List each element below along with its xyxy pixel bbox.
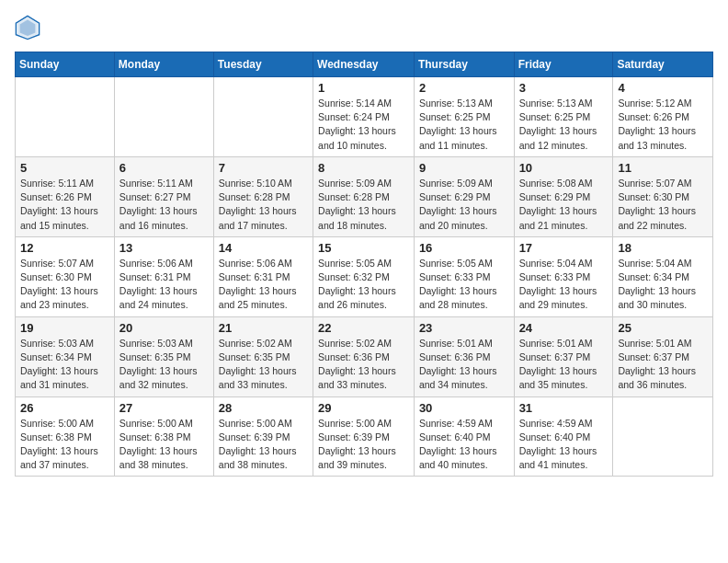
day-info: Sunrise: 5:11 AMSunset: 6:26 PMDaylight:… bbox=[20, 177, 109, 233]
weekday-header: Friday bbox=[514, 52, 613, 77]
day-number: 23 bbox=[419, 321, 509, 335]
day-number: 29 bbox=[318, 401, 409, 415]
weekday-header: Tuesday bbox=[213, 52, 313, 77]
calendar-week-row: 12Sunrise: 5:07 AMSunset: 6:30 PMDayligh… bbox=[16, 236, 713, 316]
day-number: 24 bbox=[519, 321, 609, 335]
calendar-cell: 23Sunrise: 5:01 AMSunset: 6:36 PMDayligh… bbox=[414, 316, 514, 396]
day-number: 6 bbox=[119, 161, 209, 175]
day-number: 15 bbox=[318, 241, 409, 255]
day-info: Sunrise: 5:07 AMSunset: 6:30 PMDaylight:… bbox=[618, 177, 708, 233]
day-number: 3 bbox=[519, 81, 609, 95]
calendar-week-row: 19Sunrise: 5:03 AMSunset: 6:34 PMDayligh… bbox=[16, 316, 713, 396]
calendar-cell: 12Sunrise: 5:07 AMSunset: 6:30 PMDayligh… bbox=[16, 236, 115, 316]
calendar-cell: 16Sunrise: 5:05 AMSunset: 6:33 PMDayligh… bbox=[414, 236, 514, 316]
calendar-cell: 15Sunrise: 5:05 AMSunset: 6:32 PMDayligh… bbox=[313, 236, 415, 316]
day-info: Sunrise: 5:12 AMSunset: 6:26 PMDaylight:… bbox=[618, 97, 708, 153]
day-number: 12 bbox=[20, 241, 109, 255]
day-number: 7 bbox=[219, 161, 308, 175]
day-info: Sunrise: 5:14 AMSunset: 6:24 PMDaylight:… bbox=[318, 97, 409, 153]
calendar-cell: 2Sunrise: 5:13 AMSunset: 6:25 PMDaylight… bbox=[414, 77, 514, 157]
day-info: Sunrise: 5:06 AMSunset: 6:31 PMDaylight:… bbox=[219, 257, 308, 313]
day-number: 5 bbox=[20, 161, 109, 175]
calendar-cell: 3Sunrise: 5:13 AMSunset: 6:25 PMDaylight… bbox=[514, 77, 613, 157]
day-info: Sunrise: 5:10 AMSunset: 6:28 PMDaylight:… bbox=[219, 177, 308, 233]
calendar-cell: 31Sunrise: 4:59 AMSunset: 6:40 PMDayligh… bbox=[514, 396, 613, 477]
calendar-cell: 22Sunrise: 5:02 AMSunset: 6:36 PMDayligh… bbox=[313, 316, 415, 396]
day-number: 18 bbox=[618, 241, 708, 255]
calendar-cell: 14Sunrise: 5:06 AMSunset: 6:31 PMDayligh… bbox=[213, 236, 313, 316]
day-info: Sunrise: 5:08 AMSunset: 6:29 PMDaylight:… bbox=[519, 177, 609, 233]
weekday-header: Monday bbox=[114, 52, 213, 77]
calendar-cell: 29Sunrise: 5:00 AMSunset: 6:39 PMDayligh… bbox=[313, 396, 415, 477]
calendar-cell bbox=[16, 77, 115, 157]
day-info: Sunrise: 5:03 AMSunset: 6:35 PMDaylight:… bbox=[119, 337, 209, 393]
day-number: 13 bbox=[119, 241, 209, 255]
page-header bbox=[15, 15, 713, 40]
calendar-cell: 1Sunrise: 5:14 AMSunset: 6:24 PMDaylight… bbox=[313, 77, 415, 157]
calendar-cell: 17Sunrise: 5:04 AMSunset: 6:33 PMDayligh… bbox=[514, 236, 613, 316]
day-info: Sunrise: 5:01 AMSunset: 6:37 PMDaylight:… bbox=[519, 337, 609, 393]
day-info: Sunrise: 5:03 AMSunset: 6:34 PMDaylight:… bbox=[20, 337, 109, 393]
calendar-cell: 20Sunrise: 5:03 AMSunset: 6:35 PMDayligh… bbox=[114, 316, 213, 396]
calendar-cell: 27Sunrise: 5:00 AMSunset: 6:38 PMDayligh… bbox=[114, 396, 213, 477]
day-number: 11 bbox=[618, 161, 708, 175]
day-info: Sunrise: 5:07 AMSunset: 6:30 PMDaylight:… bbox=[20, 257, 109, 313]
day-info: Sunrise: 5:04 AMSunset: 6:33 PMDaylight:… bbox=[519, 257, 609, 313]
calendar-cell: 28Sunrise: 5:00 AMSunset: 6:39 PMDayligh… bbox=[213, 396, 313, 477]
calendar-cell: 24Sunrise: 5:01 AMSunset: 6:37 PMDayligh… bbox=[514, 316, 613, 396]
logo bbox=[15, 15, 44, 40]
day-info: Sunrise: 5:09 AMSunset: 6:28 PMDaylight:… bbox=[318, 177, 409, 233]
day-info: Sunrise: 5:06 AMSunset: 6:31 PMDaylight:… bbox=[119, 257, 209, 313]
day-info: Sunrise: 5:00 AMSunset: 6:39 PMDaylight:… bbox=[318, 417, 409, 473]
day-info: Sunrise: 5:13 AMSunset: 6:25 PMDaylight:… bbox=[419, 97, 509, 153]
day-number: 9 bbox=[419, 161, 509, 175]
day-number: 20 bbox=[119, 321, 209, 335]
logo-icon bbox=[15, 15, 40, 40]
day-number: 10 bbox=[519, 161, 609, 175]
day-info: Sunrise: 4:59 AMSunset: 6:40 PMDaylight:… bbox=[519, 417, 609, 473]
day-number: 25 bbox=[618, 321, 708, 335]
calendar-cell: 11Sunrise: 5:07 AMSunset: 6:30 PMDayligh… bbox=[613, 156, 713, 236]
calendar-cell bbox=[114, 77, 213, 157]
day-number: 31 bbox=[519, 401, 609, 415]
day-info: Sunrise: 5:04 AMSunset: 6:34 PMDaylight:… bbox=[618, 257, 708, 313]
calendar-week-row: 26Sunrise: 5:00 AMSunset: 6:38 PMDayligh… bbox=[16, 396, 713, 477]
day-info: Sunrise: 5:00 AMSunset: 6:39 PMDaylight:… bbox=[219, 417, 308, 473]
day-number: 28 bbox=[219, 401, 308, 415]
calendar-week-row: 5Sunrise: 5:11 AMSunset: 6:26 PMDaylight… bbox=[16, 156, 713, 236]
calendar-cell: 4Sunrise: 5:12 AMSunset: 6:26 PMDaylight… bbox=[613, 77, 713, 157]
calendar-cell: 25Sunrise: 5:01 AMSunset: 6:37 PMDayligh… bbox=[613, 316, 713, 396]
day-number: 21 bbox=[219, 321, 308, 335]
calendar-cell: 21Sunrise: 5:02 AMSunset: 6:35 PMDayligh… bbox=[213, 316, 313, 396]
day-number: 26 bbox=[20, 401, 109, 415]
day-info: Sunrise: 5:02 AMSunset: 6:36 PMDaylight:… bbox=[318, 337, 409, 393]
calendar-cell: 18Sunrise: 5:04 AMSunset: 6:34 PMDayligh… bbox=[613, 236, 713, 316]
day-number: 30 bbox=[419, 401, 509, 415]
calendar-cell: 6Sunrise: 5:11 AMSunset: 6:27 PMDaylight… bbox=[114, 156, 213, 236]
calendar-cell: 9Sunrise: 5:09 AMSunset: 6:29 PMDaylight… bbox=[414, 156, 514, 236]
day-info: Sunrise: 5:13 AMSunset: 6:25 PMDaylight:… bbox=[519, 97, 609, 153]
calendar-cell bbox=[613, 396, 713, 477]
calendar-cell: 13Sunrise: 5:06 AMSunset: 6:31 PMDayligh… bbox=[114, 236, 213, 316]
day-info: Sunrise: 5:09 AMSunset: 6:29 PMDaylight:… bbox=[419, 177, 509, 233]
calendar-cell: 5Sunrise: 5:11 AMSunset: 6:26 PMDaylight… bbox=[16, 156, 115, 236]
day-number: 8 bbox=[318, 161, 409, 175]
calendar-cell: 19Sunrise: 5:03 AMSunset: 6:34 PMDayligh… bbox=[16, 316, 115, 396]
calendar-table: SundayMondayTuesdayWednesdayThursdayFrid… bbox=[15, 52, 713, 477]
calendar-cell: 26Sunrise: 5:00 AMSunset: 6:38 PMDayligh… bbox=[16, 396, 115, 477]
weekday-header: Thursday bbox=[414, 52, 514, 77]
day-number: 16 bbox=[419, 241, 509, 255]
calendar-cell: 8Sunrise: 5:09 AMSunset: 6:28 PMDaylight… bbox=[313, 156, 415, 236]
day-number: 19 bbox=[20, 321, 109, 335]
day-number: 4 bbox=[618, 81, 708, 95]
day-number: 1 bbox=[318, 81, 409, 95]
day-number: 22 bbox=[318, 321, 409, 335]
day-number: 14 bbox=[219, 241, 308, 255]
day-info: Sunrise: 5:00 AMSunset: 6:38 PMDaylight:… bbox=[20, 417, 109, 473]
day-info: Sunrise: 5:05 AMSunset: 6:33 PMDaylight:… bbox=[419, 257, 509, 313]
weekday-header: Saturday bbox=[613, 52, 713, 77]
calendar-cell: 30Sunrise: 4:59 AMSunset: 6:40 PMDayligh… bbox=[414, 396, 514, 477]
calendar-cell: 10Sunrise: 5:08 AMSunset: 6:29 PMDayligh… bbox=[514, 156, 613, 236]
day-info: Sunrise: 5:00 AMSunset: 6:38 PMDaylight:… bbox=[119, 417, 209, 473]
day-info: Sunrise: 5:02 AMSunset: 6:35 PMDaylight:… bbox=[219, 337, 308, 393]
